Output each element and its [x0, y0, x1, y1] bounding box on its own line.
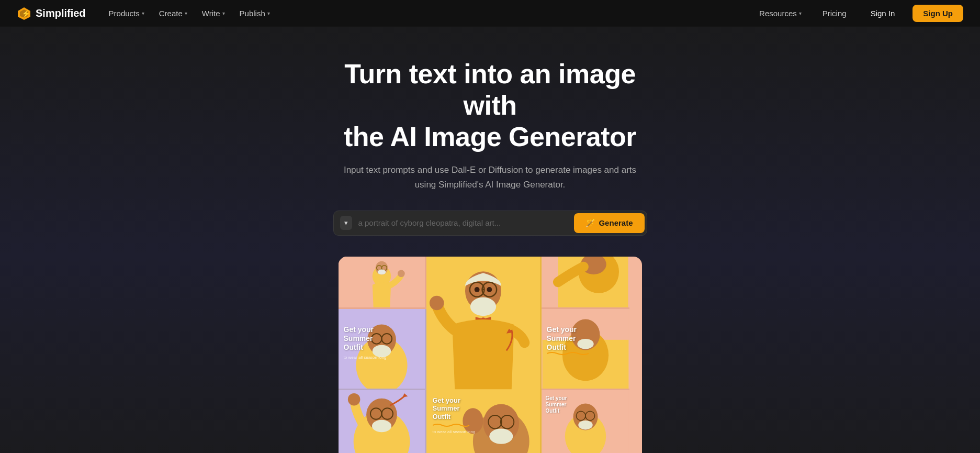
- nav-write[interactable]: Write ▾: [196, 6, 231, 21]
- svg-point-10: [397, 270, 404, 277]
- svg-point-50: [489, 428, 513, 444]
- svg-point-9: [377, 269, 386, 274]
- gallery-image-2-svg: [426, 257, 540, 390]
- nav-pricing[interactable]: Pricing: [816, 6, 853, 21]
- resources-chevron-icon: ▾: [799, 10, 802, 16]
- navbar-nav: Products ▾ Create ▾ Write ▾ Publish ▾: [103, 6, 753, 21]
- squiggle-2-icon: [433, 423, 469, 427]
- svg-point-17: [487, 287, 492, 292]
- logo-text: Simplified: [36, 7, 86, 19]
- signup-button[interactable]: Sign Up: [913, 5, 963, 22]
- gallery-cell-6: [339, 390, 426, 453]
- nav-publish-label: Publish: [240, 9, 265, 18]
- nav-products[interactable]: Products ▾: [103, 6, 151, 21]
- svg-point-20: [429, 295, 444, 310]
- gallery-cell-1: [339, 257, 426, 309]
- search-dropdown-button[interactable]: ▾: [340, 216, 352, 230]
- dropdown-arrow-icon: ▾: [344, 219, 348, 227]
- gallery-cell-7: Get yourSummerOutfit to wear all season …: [426, 390, 542, 453]
- outfit-text-3: Get yourSummerOutfit: [433, 396, 460, 421]
- gallery-wrapper: Get yourSummerOutfit to wear all season …: [339, 257, 642, 453]
- outfit-subtext-1: to wear all season long: [344, 355, 387, 360]
- gallery-cell-8: Get yourSummerOutfit: [542, 390, 629, 453]
- nav-write-label: Write: [202, 9, 220, 18]
- hero-title: Turn text into an image with the AI Imag…: [318, 59, 663, 152]
- navbar: ⚡ Simplified Products ▾ Create ▾ Write ▾…: [0, 0, 980, 27]
- svg-text:⚡: ⚡: [21, 9, 31, 18]
- hero-section: Turn text into an image with the AI Imag…: [307, 27, 673, 257]
- image-gallery: Get yourSummerOutfit to wear all season …: [339, 257, 642, 453]
- svg-point-43: [347, 393, 360, 406]
- generate-button[interactable]: 🪄 Generate: [574, 213, 644, 233]
- navbar-right: Resources ▾ Pricing Sign In Sign Up: [753, 5, 963, 22]
- nav-resources[interactable]: Resources ▾: [753, 6, 808, 21]
- signin-button[interactable]: Sign In: [861, 5, 905, 21]
- publish-chevron-icon: ▾: [267, 10, 270, 16]
- products-chevron-icon: ▾: [142, 10, 144, 16]
- write-chevron-icon: ▾: [222, 10, 225, 16]
- gallery-cell-4: Get yourSummerOutfit to wear all season …: [339, 309, 426, 390]
- outfit-subtext-3: to wear all season long: [433, 429, 476, 434]
- generate-wand-icon: 🪄: [585, 218, 595, 228]
- nav-products-label: Products: [109, 9, 140, 18]
- outfit-text-2: Get yourSummerOutfit: [547, 325, 577, 351]
- search-bar: ▾ 🪄 Generate: [333, 211, 647, 236]
- gallery-cell-2: [426, 257, 542, 390]
- search-input[interactable]: [356, 215, 570, 230]
- nav-create[interactable]: Create ▾: [153, 6, 194, 21]
- nav-create-label: Create: [159, 9, 183, 18]
- gallery-image-1: [339, 257, 425, 308]
- svg-point-36: [577, 339, 593, 349]
- svg-point-42: [371, 420, 391, 433]
- svg-point-57: [578, 421, 592, 430]
- nav-pricing-label: Pricing: [823, 9, 847, 18]
- main-content: Turn text into an image with the AI Imag…: [0, 0, 980, 453]
- squiggle-icon: [547, 351, 589, 355]
- svg-point-18: [470, 297, 495, 316]
- gallery-image-3-svg: [542, 257, 629, 307]
- svg-point-16: [474, 287, 479, 292]
- gallery-image-6-svg: [339, 390, 425, 453]
- outfit-text-4: Get yourSummerOutfit: [546, 395, 567, 414]
- gallery-cell-3: [542, 257, 629, 309]
- logo[interactable]: ⚡ Simplified: [17, 6, 86, 21]
- logo-icon: ⚡: [17, 6, 31, 21]
- create-chevron-icon: ▾: [185, 10, 187, 16]
- nav-resources-label: Resources: [759, 9, 797, 18]
- nav-publish[interactable]: Publish ▾: [233, 6, 276, 21]
- outfit-text-1: Get yourSummerOutfit: [344, 325, 374, 351]
- gallery-cell-5: Get yourSummerOutfit: [542, 309, 629, 390]
- hero-subtitle: Input text prompts and use Dall-E or Dif…: [344, 163, 637, 191]
